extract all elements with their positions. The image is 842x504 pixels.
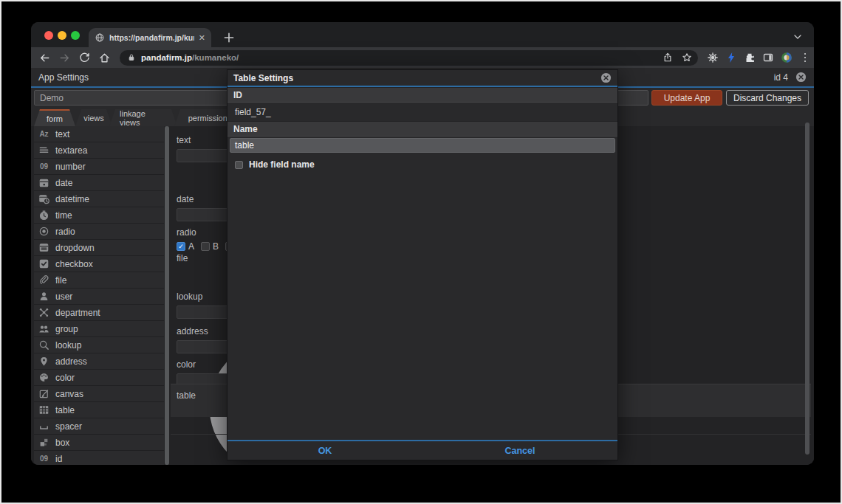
palette-item-radio[interactable]: radio [34,224,164,240]
box-icon [38,437,49,448]
back-button[interactable] [38,52,51,64]
dropdown-icon [38,242,49,253]
palette-item-dropdown[interactable]: dropdown [34,240,164,256]
window-close-button[interactable] [44,31,53,40]
discard-changes-button[interactable]: Discard Changes [726,90,809,106]
browser-menu-icon[interactable] [799,52,811,63]
lock-icon[interactable] [127,53,136,62]
forward-button[interactable] [58,52,71,64]
user-icon [38,291,49,302]
gear-extension-icon[interactable] [707,52,719,63]
palette-item-datetime[interactable]: datetime [34,191,164,207]
hide-field-name-row: Hide field name [235,159,617,170]
bolt-extension-icon[interactable] [725,52,737,63]
calendar-icon [38,177,49,188]
palette-item-group[interactable]: group [34,321,164,337]
time-icon [38,210,49,221]
option-label: A [188,241,194,252]
palette-item-lookup[interactable]: lookup [34,337,164,353]
option-label: B [213,241,219,252]
page-title: App Settings [38,72,89,83]
id-field-value: field_57_ [227,103,617,121]
modal-close-icon[interactable] [600,72,612,83]
settings-tab-form[interactable]: form [34,109,75,126]
canvas-scrollbar[interactable] [805,122,810,455]
unchecked-box-icon[interactable] [201,242,210,251]
palette-item-user[interactable]: user [34,289,164,305]
new-tab-button[interactable] [222,30,236,45]
modal-title: Table Settings [233,73,293,83]
browser-tabstrip: https://pandafirm.jp/kumaneko ✕ [31,22,814,47]
cancel-button[interactable]: Cancel [422,441,617,460]
browser-toolbar: pandafirm.jp/kumaneko/ [31,47,814,68]
palette-item-box[interactable]: box [34,435,164,451]
palette-item-file[interactable]: file [34,272,164,289]
profile-avatar[interactable] [781,52,793,63]
palette-icon [38,372,49,383]
department-icon [38,307,49,318]
browser-tab-title: https://pandafirm.jp/kumaneko [109,33,194,42]
palette-item-time[interactable]: time [34,207,164,224]
palette-item-number[interactable]: 09 number [34,159,164,175]
modal-header: Table Settings [227,70,617,87]
radio-icon [38,226,49,237]
screenshot-root: https://pandafirm.jp/kumaneko ✕ pandafir… [0,0,842,504]
palette-item-checkbox[interactable]: checkbox [34,256,164,272]
radio-option-B[interactable]: B [201,241,219,252]
palette-item-date[interactable]: date [34,175,164,191]
settings-tab-linkage-views[interactable]: linkage views [109,109,177,126]
window-minimize-button[interactable] [58,31,66,40]
datetime-icon [38,193,49,204]
field-palette: Az text textarea 09 number [34,126,164,465]
settings-tab-views[interactable]: views [75,109,112,126]
share-icon[interactable] [663,52,673,63]
browser-window: https://pandafirm.jp/kumaneko ✕ pandafir… [31,22,814,465]
favicon-globe-icon [95,32,105,43]
text-glyph-icon: Az [38,128,49,139]
checked-box-icon[interactable]: ✓ [177,242,185,251]
modal-footer: OK Cancel [227,440,617,460]
radio-option-A[interactable]: ✓A [177,241,194,252]
palette-item-address[interactable]: address [34,353,164,370]
url-path: /kumaneko/ [192,53,239,62]
palette-scrollbar[interactable] [165,126,169,465]
textarea-icon [38,145,49,156]
palette-item-text[interactable]: Az text [34,126,164,142]
tab-search-chevron-icon[interactable] [792,31,804,43]
address-bar[interactable]: pandafirm.jp/kumaneko/ [120,50,698,66]
page-close-icon[interactable] [795,72,807,83]
bookmark-star-icon[interactable] [682,52,692,63]
spacer-icon [38,421,49,432]
url-text: pandafirm.jp/kumaneko/ [141,53,239,62]
table-icon [38,404,49,415]
text-glyph-icon: 09 [38,453,49,464]
name-field-label: Name [227,121,617,137]
palette-item-department[interactable]: department [34,305,164,321]
palette-item-canvas[interactable]: canvas [34,386,164,402]
checkbox-icon [38,258,49,269]
window-zoom-button[interactable] [71,31,80,40]
hide-field-name-checkbox[interactable] [235,161,243,169]
palette-item-color[interactable]: color [34,370,164,386]
reload-button[interactable] [78,52,91,64]
palette-item-table[interactable]: table [34,402,164,418]
table-settings-modal: Table Settings ID field_57_ Name table H… [227,69,618,460]
search-icon [38,339,49,351]
name-input[interactable]: table [230,138,615,153]
palette-item-spacer[interactable]: spacer [34,418,164,435]
home-button[interactable] [98,52,111,64]
id-field-label: ID [227,87,617,103]
text-glyph-icon: 09 [38,161,49,172]
palette-item-id[interactable]: 09 id [34,451,164,465]
extensions-puzzle-icon[interactable] [744,52,756,63]
hide-field-name-label: Hide field name [249,159,315,170]
tab-close-icon[interactable]: ✕ [199,33,205,43]
pin-icon [38,356,49,367]
app-id-badge: id 4 [774,72,788,83]
update-app-button[interactable]: Update App [651,90,722,106]
ok-button[interactable]: OK [227,441,422,460]
palette-item-textarea[interactable]: textarea [34,142,164,159]
side-panel-icon[interactable] [762,52,774,63]
browser-tab[interactable]: https://pandafirm.jp/kumaneko ✕ [89,28,211,47]
canvas-icon [38,388,49,399]
